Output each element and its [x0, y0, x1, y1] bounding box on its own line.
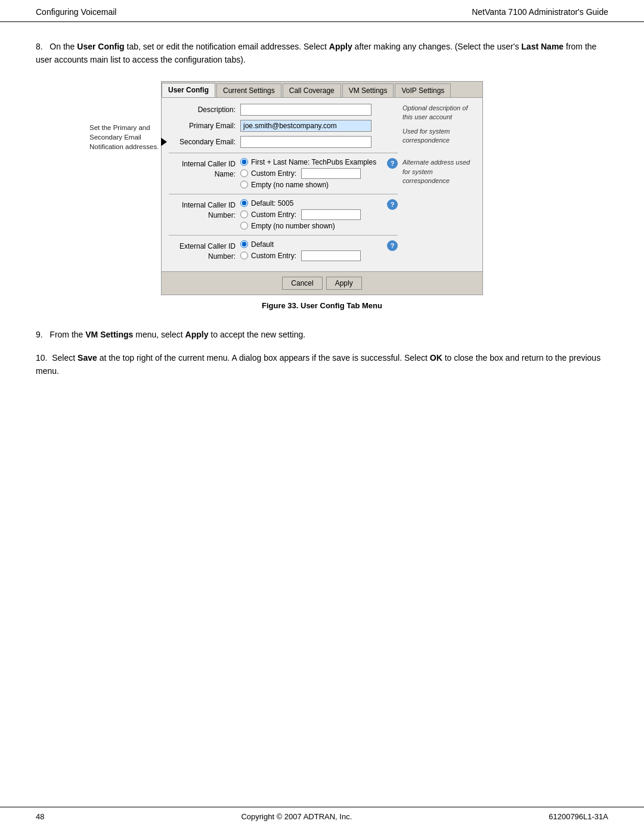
figure-area: Set the Primary and Secondary Email Noti… — [36, 81, 608, 311]
radio-default-number-input[interactable] — [240, 199, 248, 207]
page-header: Configuring Voicemail NetVanta 7100 Admi… — [0, 0, 644, 22]
step-8-number: 8. — [36, 42, 43, 51]
step-list: 9. From the VM Settings menu, select App… — [36, 328, 608, 377]
radio-empty-number-input[interactable] — [240, 222, 248, 230]
description-input[interactable] — [240, 104, 371, 116]
radio-default-number: Default: 5005 — [240, 199, 361, 208]
secondary-email-row: Secondary Email: — [169, 136, 398, 148]
footer-left: 48 — [36, 812, 44, 821]
caller-id-name-options: First + Last Name: TechPubs Examples Cus… — [240, 158, 376, 189]
dialog-box: User Config Current Settings Call Covera… — [161, 81, 483, 296]
cancel-button[interactable]: Cancel — [282, 277, 322, 290]
custom-number-input[interactable] — [301, 209, 361, 220]
radio-empty-number-label: Empty (no number shown) — [251, 222, 335, 230]
tab-voip-settings[interactable]: VoIP Settings — [395, 83, 451, 97]
tabs-row: User Config Current Settings Call Covera… — [162, 82, 482, 98]
caller-id-name-group: Internal Caller ID Name: First + Last Na… — [169, 158, 385, 189]
primary-email-label: Primary Email: — [169, 122, 240, 130]
description-label: Description: — [169, 106, 240, 114]
vm-settings-bold: VM Settings — [85, 330, 133, 339]
ext-caller-id-group: External Caller ID Number: Default Custo… — [169, 240, 385, 262]
separator-1 — [169, 153, 398, 153]
radio-ext-default-label: Default — [251, 240, 274, 249]
left-annotation: Set the Primary and Secondary Email Noti… — [89, 81, 161, 151]
dialog-body: Description: Primary Email: Secondary Em… — [162, 98, 482, 272]
step-8-paragraph: 8. On the User Config tab, set or edit t… — [36, 40, 608, 67]
description-row: Description: — [169, 104, 398, 116]
separator-2 — [169, 194, 398, 194]
save-bold: Save — [78, 353, 97, 363]
caller-id-number-label: Internal Caller ID Number: — [169, 199, 240, 221]
tab-vm-settings[interactable]: VM Settings — [342, 83, 394, 97]
radio-custom-number-label: Custom Entry: — [251, 210, 296, 219]
radio-first-last-label: First + Last Name: TechPubs Examples — [251, 158, 376, 166]
apply-bold-9: Apply — [185, 330, 209, 339]
radio-first-last-input[interactable] — [240, 158, 248, 166]
note-secondary-email: Alternate address used for system corres… — [402, 158, 475, 185]
caller-id-number-group: Internal Caller ID Number: Default: 5005… — [169, 199, 385, 230]
separator-3 — [169, 235, 398, 236]
note-description: Optional description of this user accoun… — [402, 104, 475, 122]
radio-ext-default: Default — [240, 240, 361, 249]
figure-caption: Figure 33. User Config Tab Menu — [262, 301, 382, 310]
step-9: 9. From the VM Settings menu, select App… — [36, 328, 608, 341]
radio-ext-custom-label: Custom Entry: — [251, 252, 296, 260]
annotation-text: Set the Primary and Secondary Email Noti… — [89, 124, 159, 150]
step-10-number: 10. — [36, 353, 47, 363]
radio-custom-name-input[interactable] — [240, 169, 248, 177]
tab-call-coverage[interactable]: Call Coverage — [283, 83, 341, 97]
primary-email-input[interactable] — [240, 120, 371, 132]
radio-default-number-label: Default: 5005 — [251, 199, 293, 208]
radio-ext-custom-input[interactable] — [240, 252, 248, 259]
radio-custom-number-input[interactable] — [240, 210, 248, 218]
form-area: Description: Primary Email: Secondary Em… — [169, 104, 398, 266]
caller-id-number-section: Internal Caller ID Number: Default: 5005… — [169, 199, 398, 230]
ext-caller-id-label: External Caller ID Number: — [169, 240, 240, 262]
header-right: NetVanta 7100 Administrator's Guide — [472, 7, 608, 17]
note-primary-email: Used for system correspondence — [402, 127, 475, 145]
tab-current-settings[interactable]: Current Settings — [216, 83, 281, 97]
secondary-email-input[interactable] — [240, 136, 371, 148]
radio-custom-name-label: Custom Entry: — [251, 169, 296, 178]
radio-custom-name: Custom Entry: — [240, 168, 376, 179]
radio-ext-default-input[interactable] — [240, 240, 248, 248]
footer-right: 61200796L1-31A — [549, 812, 608, 821]
ext-custom-input[interactable] — [301, 250, 361, 261]
help-icon-cid-number[interactable]: ? — [387, 199, 398, 210]
radio-ext-custom: Custom Entry: — [240, 250, 361, 261]
caller-id-number-options: Default: 5005 Custom Entry: — [240, 199, 361, 230]
figure-caption-text: Figure 33. User Config Tab Menu — [262, 301, 382, 310]
main-content: 8. On the User Config tab, set or edit t… — [0, 22, 644, 411]
radio-empty-name-label: Empty (no name shown) — [251, 181, 329, 189]
tab-user-config[interactable]: User Config — [162, 83, 215, 97]
radio-first-last: First + Last Name: TechPubs Examples — [240, 158, 376, 166]
help-icon-ext-cid[interactable]: ? — [387, 240, 398, 251]
radio-empty-name-input[interactable] — [240, 181, 248, 188]
radio-custom-number: Custom Entry: — [240, 209, 361, 220]
last-name-bold: Last Name — [521, 42, 564, 51]
primary-email-row: Primary Email: — [169, 120, 398, 132]
page-footer: 48 Copyright © 2007 ADTRAN, Inc. 6120079… — [0, 807, 644, 821]
step-9-number: 9. — [36, 330, 43, 339]
secondary-email-label: Secondary Email: — [169, 138, 240, 146]
user-config-bold: User Config — [77, 42, 124, 51]
right-notes: Optional description of this user accoun… — [398, 104, 475, 266]
dialog-footer: Cancel Apply — [162, 271, 482, 295]
radio-empty-number: Empty (no number shown) — [240, 222, 361, 230]
ok-bold: OK — [430, 353, 442, 363]
caller-id-name-label: Internal Caller ID Name: — [169, 158, 240, 179]
ext-caller-id-options: Default Custom Entry: — [240, 240, 361, 261]
help-icon-cid-name[interactable]: ? — [387, 158, 398, 169]
footer-center: Copyright © 2007 ADTRAN, Inc. — [241, 812, 352, 821]
figure-with-annotations: Set the Primary and Secondary Email Noti… — [89, 81, 555, 296]
apply-bold: Apply — [329, 42, 352, 51]
step-10: 10. Select Save at the top right of the … — [36, 351, 608, 378]
caller-id-name-section: Internal Caller ID Name: First + Last Na… — [169, 158, 398, 189]
ext-caller-id-section: External Caller ID Number: Default Custo… — [169, 240, 398, 262]
header-left: Configuring Voicemail — [36, 7, 116, 17]
apply-button[interactable]: Apply — [326, 277, 362, 290]
radio-empty-name: Empty (no name shown) — [240, 181, 376, 189]
custom-name-input[interactable] — [301, 168, 361, 179]
